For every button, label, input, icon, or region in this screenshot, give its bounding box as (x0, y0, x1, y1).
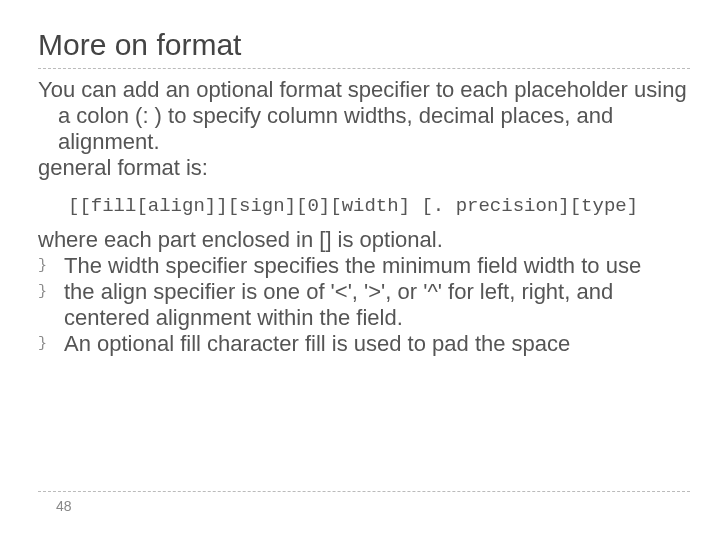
bullet-icon: } (38, 283, 47, 301)
list-item-text: The width specifier specifies the minimu… (64, 253, 641, 278)
bullet-icon: } (38, 335, 47, 353)
title-divider (38, 68, 690, 69)
slide-footer: 48 (38, 491, 690, 514)
slide: More on format You can add an optional f… (0, 0, 720, 540)
bullet-list: } The width specifier specifies the mini… (38, 253, 690, 357)
list-item: } The width specifier specifies the mini… (38, 253, 690, 279)
slide-body: You can add an optional format specifier… (38, 77, 690, 357)
list-item: } the align specifier is one of '<', '>'… (38, 279, 690, 331)
general-format-label: general format is: (38, 155, 690, 181)
format-syntax-code: [[fill[align]][sign][0][width] [. precis… (68, 195, 690, 217)
intro-paragraph: You can add an optional format specifier… (38, 77, 690, 155)
where-line: where each part enclosed in [] is option… (38, 227, 690, 253)
page-number: 48 (56, 498, 690, 514)
list-item-text: the align specifier is one of '<', '>', … (64, 279, 613, 330)
list-item-text: An optional fill character fill is used … (64, 331, 570, 356)
list-item: } An optional fill character fill is use… (38, 331, 690, 357)
bullet-icon: } (38, 257, 47, 275)
slide-title: More on format (38, 28, 690, 62)
footer-divider (38, 491, 690, 492)
